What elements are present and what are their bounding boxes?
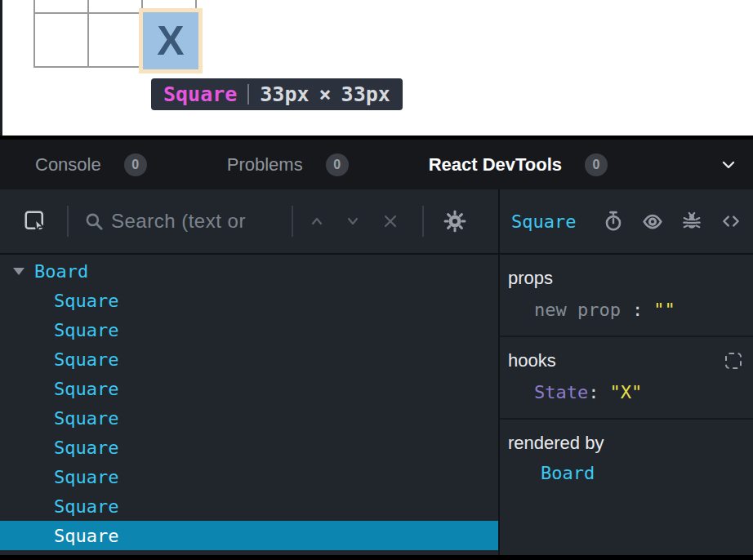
tree-row[interactable]: Square [0,403,498,433]
tree-row[interactable]: Square [0,462,498,491]
settings-button[interactable] [443,210,466,233]
times-icon: × [319,82,332,106]
devtools-tab[interactable]: React DevTools 0 [429,153,608,176]
board-cell-value: X [157,17,184,64]
tree-row[interactable]: Square [0,521,498,550]
tree-row[interactable]: Square [0,315,498,344]
tree-row[interactable]: Square [0,433,498,462]
new-prop-value-input[interactable]: "" [653,300,675,320]
window-edge [0,0,2,136]
hooks-section-title: hooks [508,350,556,371]
devtools-tab-bar: Console 0 Problems 0 React DevTools 0 [0,140,753,189]
details-header: Square [500,189,753,255]
component-tree: Board Square Square Square [0,255,498,555]
tooltip-height: 33px [341,82,390,106]
close-icon [383,214,398,229]
inspected-page: X Square 33px × 33px [0,0,753,136]
state-hook-row: State : "X" [508,380,742,404]
tree-row[interactable]: Square [0,374,498,403]
hook-name: State [534,382,588,402]
chevron-down-icon [345,216,360,227]
rendered-by-section: rendered by Board [500,420,753,555]
chevron-down-icon [720,158,737,171]
selected-component-title: Square [511,211,576,232]
search-input[interactable] [111,210,278,233]
components-tree-pane: Board Square Square Square [0,189,500,555]
previous-result-button[interactable] [310,216,324,227]
tab-count-badge: 0 [326,153,349,176]
inspect-element-button[interactable] [23,209,47,233]
components-toolbar [0,189,498,255]
view-source-button[interactable] [720,211,742,232]
clear-search-button[interactable] [383,214,398,229]
bug-icon [681,211,702,232]
board-cell[interactable] [34,13,88,67]
inspect-highlight-overlay: X [139,8,203,73]
eye-icon [642,211,663,232]
tooltip-divider [247,84,249,104]
code-icon [720,211,742,232]
stopwatch-icon [603,211,624,232]
tree-row[interactable]: Square [0,344,498,374]
board-cell[interactable] [88,13,142,67]
tab-count-badge: 0 [585,153,608,176]
component-name: Square [54,526,118,546]
component-name: Square [54,291,118,311]
tree-row[interactable]: Square [0,286,498,315]
tree-row[interactable]: Square [0,491,498,521]
new-prop-row: new prop : "" [508,297,742,322]
board-cell[interactable] [88,0,142,13]
tab-count-badge: 0 [124,153,147,176]
parse-hook-names-icon[interactable] [725,353,742,369]
tooltip-width: 33px [260,82,309,106]
chevron-up-icon [310,216,324,227]
toolbar-divider [67,206,69,237]
expand-arrow-icon[interactable] [13,268,34,275]
colon: : [632,300,643,320]
component-name: Board [34,261,88,282]
colon: : [588,382,599,402]
component-name: Square [54,467,118,487]
inspect-icon [23,209,47,233]
board-cell[interactable] [34,0,88,13]
toolbar-divider [292,206,293,237]
inspect-dom-button[interactable] [642,211,663,232]
toolbar-divider [422,206,424,237]
tooltip-dimensions: 33px × 33px [260,82,390,106]
new-prop-input[interactable]: new prop [534,300,621,320]
component-name: Square [54,408,118,429]
hook-value[interactable]: "X" [609,382,642,402]
collapse-panel-button[interactable] [720,158,737,171]
hooks-section: hooks State : "X" [500,337,753,420]
next-result-button[interactable] [345,216,360,227]
tree-row[interactable]: Board [0,256,498,286]
component-name: Square [54,496,118,517]
props-section: props new prop : "" [500,255,753,337]
react-devtools-panel: Board Square Square Square [0,189,753,555]
component-details-pane: Square [500,189,753,555]
devtools-tab[interactable]: Problems 0 [227,153,349,176]
props-section-title: props [508,268,553,289]
gear-icon [443,210,466,233]
component-name: Square [54,438,118,458]
search-icon [83,211,105,232]
panel-bottom-edge [0,555,753,560]
component-name: Square [54,379,118,399]
inspect-tooltip: Square 33px × 33px [151,78,403,110]
suspense-toggle-button[interactable] [603,211,624,232]
inspect-highlight-content[interactable]: X [143,12,198,69]
rendered-by-title: rendered by [508,433,604,454]
component-name: Square [54,320,118,340]
component-name: Square [54,349,118,370]
devtools-tab[interactable]: Console 0 [35,153,147,176]
tooltip-component-name: Square [163,82,237,106]
log-component-button[interactable] [681,211,702,232]
rendered-by-owner-link[interactable]: Board [508,463,742,483]
